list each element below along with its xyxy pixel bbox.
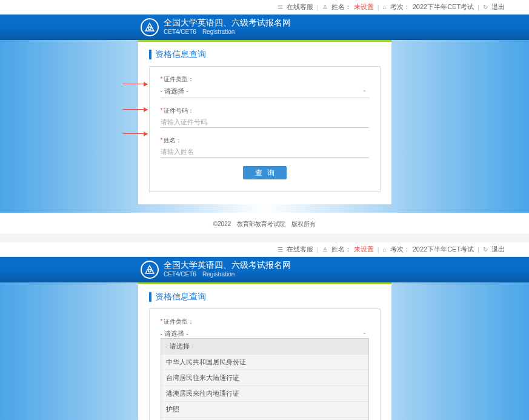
- name-label: 姓名：: [331, 2, 351, 12]
- query-panel: 资格信息查询 *证件类型： - 请选择 - ⌄ *证: [138, 40, 391, 204]
- logout-icon: ↻: [483, 4, 488, 10]
- separator: |: [378, 4, 379, 11]
- arrow-icon: [123, 109, 147, 110]
- panel-title: 资格信息查询: [155, 49, 206, 60]
- query-button[interactable]: 查询: [243, 166, 287, 179]
- tag-icon: ⌂: [383, 4, 387, 10]
- panel-heading: 资格信息查询: [149, 292, 381, 302]
- site-title: 全国大学英语四、六级考试报名网: [164, 18, 291, 27]
- separator: |: [317, 246, 319, 253]
- id-number-label: *证件号码：: [161, 107, 369, 115]
- logout-link[interactable]: 退出: [491, 2, 505, 12]
- separator: |: [477, 4, 479, 11]
- dropdown-option[interactable]: 中华人民共和国居民身份证: [161, 355, 368, 370]
- separator: |: [477, 246, 479, 253]
- logout-icon: ↻: [483, 246, 488, 253]
- id-number-row: *证件号码：: [161, 107, 369, 128]
- name-input[interactable]: [161, 146, 369, 158]
- required-mark: *: [161, 318, 163, 325]
- logo-icon: [141, 261, 159, 279]
- dropdown-option[interactable]: 台湾居民往来大陆通行证: [161, 370, 368, 386]
- header-band: 全国大学英语四、六级考试报名网 CET4/CET6 Registration: [0, 15, 529, 40]
- form-box: *证件类型： - 请选择 - ⌄ - 请选择 - 中华人民共和国居民身份证 台湾…: [149, 308, 381, 420]
- headset-icon: ☰: [278, 246, 283, 253]
- id-type-label: *证件类型：: [161, 318, 369, 326]
- site-subtitle: CET4/CET6 Registration: [164, 270, 291, 279]
- id-type-select[interactable]: - 请选择 -: [161, 85, 369, 98]
- site-title: 全国大学英语四、六级考试报名网: [164, 261, 291, 270]
- exam-label: 考次：: [390, 245, 410, 254]
- dropdown-option[interactable]: 港澳居民来往内地通行证: [161, 386, 368, 402]
- dropdown-option[interactable]: - 请选择 -: [161, 339, 368, 355]
- footer-copyright: ©2022 教育部教育考试院 版权所有: [0, 213, 529, 233]
- dropdown-option[interactable]: 护照: [161, 402, 368, 418]
- svg-point-1: [148, 27, 151, 30]
- name-row: *姓名：: [161, 136, 369, 158]
- logo-icon: [141, 18, 159, 36]
- id-type-row: *证件类型： - 请选择 - ⌄: [161, 75, 369, 98]
- exam-value: 2022下半年CET考试: [413, 245, 474, 254]
- site-subtitle: CET4/CET6 Registration: [164, 28, 291, 36]
- name-label-field: *姓名：: [161, 136, 369, 145]
- content-area: 资格信息查询 *证件类型： - 请选择 - ⌄ - 请选择 - 中华人民共和国居…: [0, 282, 529, 420]
- dropdown-option[interactable]: 香港身份证: [161, 418, 368, 420]
- top-bar: ☰ 在线客服 | ♙ 姓名： 未设置 | ⌂ 考次： 2022下半年CET考试 …: [0, 0, 529, 15]
- header-band: 全国大学英语四、六级考试报名网 CET4/CET6 Registration: [0, 257, 529, 282]
- id-type-label: *证件类型：: [161, 75, 369, 84]
- separator: |: [378, 246, 379, 253]
- tag-icon: ⌂: [383, 246, 387, 253]
- name-label: 姓名：: [331, 245, 351, 254]
- name-value: 未设置: [354, 245, 374, 254]
- exam-value: 2022下半年CET考试: [413, 2, 474, 12]
- user-icon: ♙: [322, 246, 328, 253]
- online-service-link[interactable]: 在线客服: [287, 2, 313, 12]
- online-service-link[interactable]: 在线客服: [287, 245, 313, 254]
- user-icon: ♙: [322, 4, 328, 10]
- panel-heading: 资格信息查询: [149, 49, 381, 60]
- required-mark: *: [161, 107, 163, 114]
- heading-bar-icon: [149, 292, 151, 302]
- separator: |: [317, 4, 319, 11]
- arrow-icon: [123, 84, 147, 84]
- id-type-row: *证件类型： - 请选择 - ⌄ - 请选择 - 中华人民共和国居民身份证 台湾…: [161, 318, 369, 341]
- id-number-input[interactable]: [161, 116, 369, 128]
- headset-icon: ☰: [278, 4, 283, 10]
- id-type-dropdown: - 请选择 - 中华人民共和国居民身份证 台湾居民往来大陆通行证 港澳居民来往内…: [161, 338, 369, 420]
- name-value: 未设置: [354, 2, 374, 12]
- content-area: 资格信息查询 *证件类型： - 请选择 - ⌄ *证: [0, 40, 529, 213]
- required-mark: *: [161, 76, 163, 82]
- exam-label: 考次：: [390, 2, 410, 12]
- arrow-icon: [123, 133, 147, 134]
- logout-link[interactable]: 退出: [491, 245, 505, 254]
- query-panel: 资格信息查询 *证件类型： - 请选择 - ⌄ - 请选择 - 中华人民共和国居…: [138, 282, 391, 420]
- screenshot-1: ☰ 在线客服 | ♙ 姓名： 未设置 | ⌂ 考次： 2022下半年CET考试 …: [0, 0, 529, 233]
- heading-bar-icon: [149, 50, 151, 59]
- form-box: *证件类型： - 请选择 - ⌄ *证件号码： *姓名：: [149, 66, 381, 192]
- required-mark: *: [161, 137, 163, 144]
- top-bar: ☰ 在线客服 | ♙ 姓名： 未设置 | ⌂ 考次： 2022下半年CET考试 …: [0, 242, 529, 257]
- svg-point-3: [148, 269, 151, 272]
- panel-title: 资格信息查询: [155, 292, 206, 302]
- screenshot-2: ☰ 在线客服 | ♙ 姓名： 未设置 | ⌂ 考次： 2022下半年CET考试 …: [0, 242, 529, 420]
